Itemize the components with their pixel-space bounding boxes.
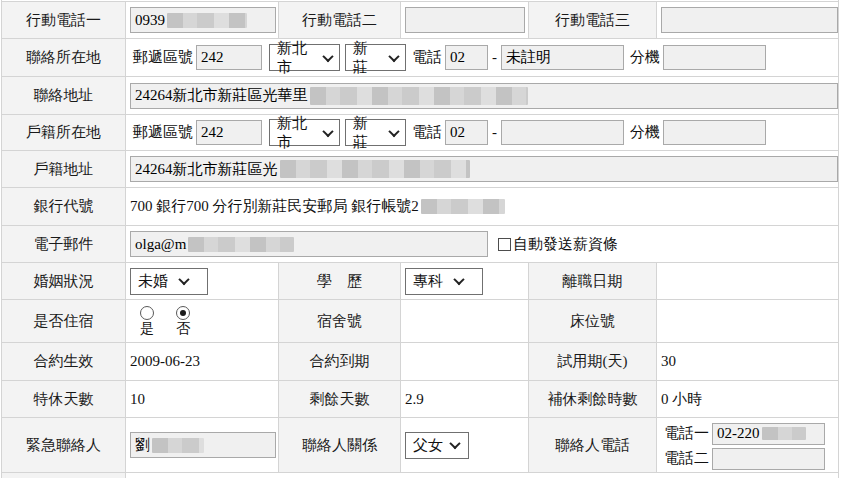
bed-number-value — [657, 300, 838, 342]
mobile-phone-2-input[interactable] — [405, 7, 525, 33]
postal-code-label: 郵遞區號 — [133, 48, 193, 67]
row-contract: 合約生效 2009-06-23 合約到期 試用期(天) 30 — [2, 343, 838, 381]
housing-radio-yes[interactable] — [140, 306, 154, 320]
probation-days-label: 試用期(天) — [529, 343, 657, 380]
mobile-phone-1-label: 行動電話一 — [2, 2, 126, 38]
contact-location-label: 聯絡所在地 — [2, 39, 126, 76]
row-emergency-contact: 緊急聯絡人 劉 聯絡人關係 父女 聯絡人電話 電話一 02-220 電話二 — [2, 418, 838, 473]
row-contact-location: 聯絡所在地 郵遞區號 242 新北市 新莊 電話 02 - 未註明 分機 — [2, 39, 838, 77]
email-input[interactable]: olga@m — [130, 231, 488, 257]
dorm-number-label: 宿舍號 — [279, 300, 401, 342]
education-select[interactable]: 專科 — [405, 268, 483, 295]
housing-radio-yes-label: 是 — [140, 321, 154, 336]
housing-radio-group: 是 否 — [130, 306, 190, 336]
phone-1-label: 電話一 — [664, 424, 709, 443]
contract-start-label: 合約生效 — [2, 343, 126, 380]
contact-address-input[interactable]: 24264新北市新莊區光華里 — [130, 83, 838, 109]
auto-send-payslip-label: 自動發送薪資條 — [513, 235, 618, 254]
emergency-phone-2-input[interactable] — [712, 448, 825, 470]
redaction-blur — [762, 427, 806, 440]
bed-number-label: 床位號 — [529, 300, 657, 342]
registered-phone-input[interactable] — [501, 120, 624, 145]
row-housing: 是否住宿 是 否 宿舍號 床位號 — [2, 300, 838, 343]
employee-form-table: 行動電話一 0939 行動電話二 行動電話三 聯絡所在地 郵遞區號 242 新北… — [1, 0, 839, 478]
registered-address-label: 戶籍地址 — [2, 151, 126, 187]
housing-label: 是否住宿 — [2, 300, 126, 342]
redaction-blur — [188, 237, 294, 252]
chevron-down-icon — [178, 274, 189, 285]
row-bank-code: 銀行代號 700 銀行700 分行別新莊民安郵局 銀行帳號2 — [2, 188, 838, 226]
remaining-days-value: 2.9 — [401, 381, 529, 417]
marital-status-label: 婚姻狀況 — [2, 263, 126, 299]
resignation-date-label: 離職日期 — [529, 263, 657, 299]
extension-label: 分機 — [630, 123, 660, 142]
chevron-down-icon — [388, 125, 399, 136]
bank-info-text: 700 銀行700 分行別新莊民安郵局 銀行帳號2 — [130, 197, 419, 216]
education-label: 學 歷 — [279, 263, 401, 299]
row-registered-address: 戶籍地址 24264新北市新莊區光 — [2, 151, 838, 188]
annual-leave-days-value: 10 — [126, 381, 279, 417]
chevron-down-icon — [388, 50, 399, 61]
contract-start-value: 2009-06-23 — [126, 343, 279, 380]
contact-phone-input[interactable]: 未註明 — [501, 45, 624, 70]
redaction-blur — [167, 13, 247, 28]
mobile-phone-3-label: 行動電話三 — [529, 2, 657, 38]
extension-label: 分機 — [630, 48, 660, 67]
redaction-blur — [280, 160, 470, 178]
registered-extension-input[interactable] — [663, 120, 766, 145]
registered-district-select[interactable]: 新莊 — [345, 119, 406, 146]
contact-relation-select[interactable]: 父女 — [405, 432, 469, 459]
redaction-blur — [421, 199, 505, 214]
contact-area-code-input[interactable]: 02 — [445, 45, 488, 70]
contact-postal-code-input[interactable]: 242 — [196, 45, 262, 70]
phone-label: 電話 — [412, 48, 442, 67]
probation-days-value: 30 — [657, 343, 838, 380]
housing-radio-no-label: 否 — [176, 321, 190, 336]
chevron-down-icon — [453, 274, 464, 285]
registered-address-input[interactable]: 24264新北市新莊區光 — [130, 156, 838, 182]
contact-address-label: 聯絡地址 — [2, 77, 126, 114]
dorm-number-value — [401, 300, 529, 342]
chevron-down-icon — [322, 50, 333, 61]
mobile-phone-3-input[interactable] — [661, 7, 838, 33]
redaction-blur — [152, 438, 204, 453]
chevron-down-icon — [322, 125, 333, 136]
annual-leave-days-label: 特休天數 — [2, 381, 126, 417]
contact-relation-label: 聯絡人關係 — [279, 418, 401, 472]
postal-code-label: 郵遞區號 — [133, 123, 193, 142]
row-leave: 特休天數 10 剩餘天數 2.9 補休剩餘時數 0 小時 — [2, 381, 838, 418]
row-registered-location: 戶籍所在地 郵遞區號 242 新北市 新莊 電話 02 - 分機 — [2, 115, 838, 151]
contact-city-select[interactable]: 新北市 — [269, 44, 340, 71]
row-marital-education: 婚姻狀況 未婚 學 歷 專科 離職日期 — [2, 263, 838, 300]
contact-phone-label: 聯絡人電話 — [529, 418, 657, 472]
registered-area-code-input[interactable]: 02 — [445, 120, 488, 145]
remaining-days-label: 剩餘天數 — [279, 381, 401, 417]
mobile-phone-1-input[interactable]: 0939 — [130, 7, 276, 33]
contract-end-label: 合約到期 — [279, 343, 401, 380]
comp-leave-hours-value: 0 小時 — [657, 381, 838, 417]
marital-status-select[interactable]: 未婚 — [130, 268, 208, 295]
contract-end-value — [401, 343, 529, 380]
bank-code-label: 銀行代號 — [2, 188, 126, 225]
redaction-blur — [310, 87, 528, 105]
registered-city-select[interactable]: 新北市 — [269, 119, 340, 146]
emergency-contact-label: 緊急聯絡人 — [2, 418, 126, 472]
resignation-date-value — [657, 263, 838, 299]
emergency-contact-name-input[interactable]: 劉 — [130, 432, 276, 458]
phone-label: 電話 — [412, 123, 442, 142]
mobile-phone-2-label: 行動電話二 — [279, 2, 401, 38]
emergency-phone-1-input[interactable]: 02-220 — [712, 423, 825, 445]
row-email: 電子郵件 olga@m 自動發送薪資條 — [2, 226, 838, 263]
row-mobile-phones: 行動電話一 0939 行動電話二 行動電話三 — [2, 2, 838, 39]
row-contact-address: 聯絡地址 24264新北市新莊區光華里 — [2, 77, 838, 115]
chevron-down-icon — [449, 438, 460, 449]
comp-leave-hours-label: 補休剩餘時數 — [529, 381, 657, 417]
registered-location-label: 戶籍所在地 — [2, 115, 126, 150]
auto-send-payslip-checkbox[interactable] — [498, 238, 511, 251]
contact-district-select[interactable]: 新莊 — [345, 44, 406, 71]
next-row-sliver — [2, 473, 838, 478]
registered-postal-code-input[interactable]: 242 — [196, 120, 262, 145]
housing-radio-no[interactable] — [176, 306, 190, 320]
contact-extension-input[interactable] — [663, 45, 766, 70]
phone-2-label: 電話二 — [664, 449, 709, 468]
